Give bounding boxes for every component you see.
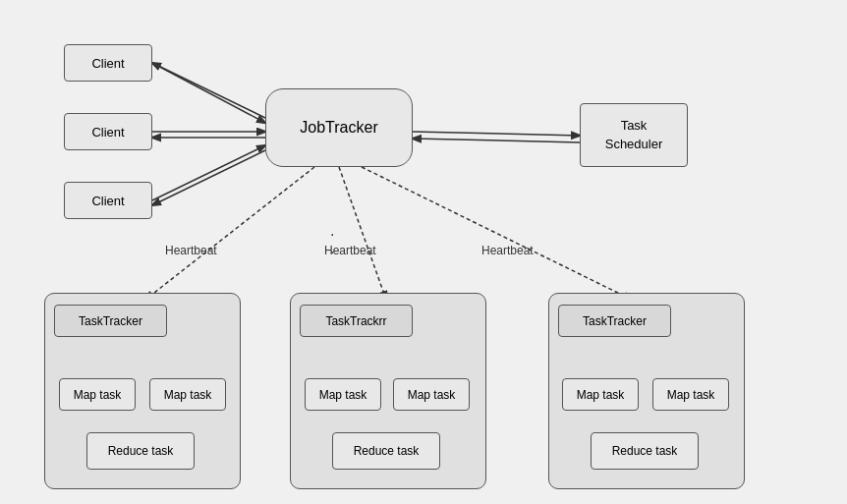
tt2-box: TaskTrackrr — [300, 305, 413, 337]
map1a-box: Map task — [59, 378, 136, 411]
map1a-label: Map task — [74, 388, 122, 402]
reduce3-label: Reduce task — [612, 444, 678, 458]
taskscheduler-label: Task Scheduler — [605, 117, 663, 152]
tt3-box: TaskTracker — [558, 305, 671, 337]
map1b-box: Map task — [149, 378, 226, 411]
svg-line-1 — [152, 63, 265, 118]
client3-box: Client — [64, 182, 152, 219]
diagram: . . Client Client Client JobTracker Task… — [0, 0, 847, 504]
client1-label: Client — [91, 56, 124, 71]
tt3-label: TaskTracker — [583, 314, 647, 328]
svg-line-8 — [145, 167, 314, 300]
map3a-box: Map task — [562, 378, 639, 411]
taskscheduler-box: Task Scheduler — [580, 103, 688, 167]
reduce2-box: Reduce task — [332, 432, 440, 470]
svg-line-9 — [339, 167, 386, 300]
map1b-label: Map task — [164, 388, 212, 402]
svg-text:.: . — [330, 222, 334, 239]
map3a-label: Map task — [577, 388, 625, 402]
tt1-box: TaskTracker — [54, 305, 167, 337]
heartbeat1-label: Heartbeat — [165, 244, 217, 257]
svg-line-10 — [362, 167, 632, 300]
jobtracker-label: JobTracker — [300, 119, 377, 137]
tt1-label: TaskTracker — [79, 314, 142, 328]
map3b-label: Map task — [667, 388, 715, 402]
map3b-box: Map task — [652, 378, 729, 411]
client2-box: Client — [64, 113, 152, 150]
client3-label: Client — [91, 194, 124, 208]
svg-line-0 — [152, 63, 265, 123]
tt2-label: TaskTrackrr — [325, 314, 386, 328]
reduce1-label: Reduce task — [108, 444, 174, 458]
svg-line-5 — [152, 150, 265, 205]
svg-line-7 — [413, 139, 580, 142]
svg-line-4 — [152, 145, 265, 200]
reduce3-box: Reduce task — [591, 432, 699, 470]
reduce2-label: Reduce task — [354, 444, 420, 458]
client1-box: Client — [64, 44, 152, 82]
jobtracker-box: JobTracker — [265, 88, 413, 167]
heartbeat2-label: Heartbeat — [324, 244, 376, 257]
svg-line-6 — [413, 132, 580, 136]
heartbeat3-label: Heartbeat — [481, 244, 534, 257]
map2a-label: Map task — [319, 388, 367, 402]
client2-label: Client — [91, 125, 124, 140]
map2b-box: Map task — [393, 378, 470, 411]
map2b-label: Map task — [408, 388, 456, 402]
map2a-box: Map task — [305, 378, 381, 411]
reduce1-box: Reduce task — [86, 432, 195, 470]
